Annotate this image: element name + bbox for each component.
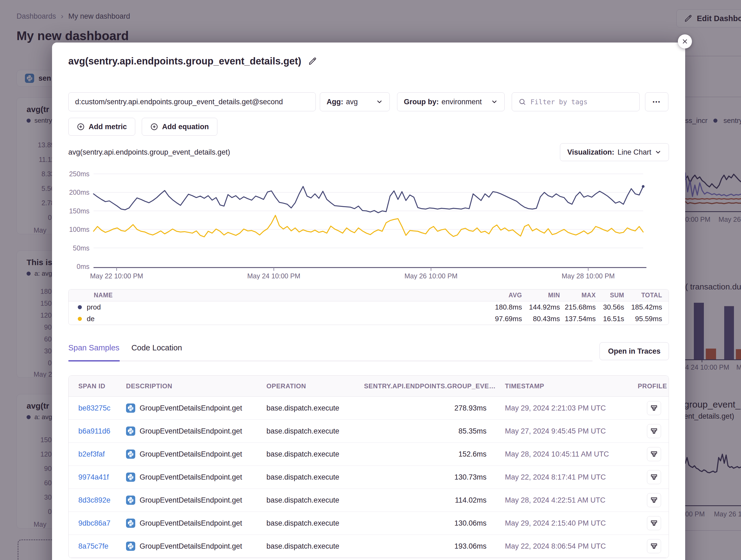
profile-button[interactable] [647,539,661,553]
table-row: b2ef3faf GroupEventDetailsEndpoint.get b… [69,443,669,466]
span-duration: 152.6ms [364,450,486,459]
table-row: 8d3c892e GroupEventDetailsEndpoint.get b… [69,489,669,512]
chevron-down-icon [491,98,498,105]
series-dot [78,317,82,321]
svg-text:100ms: 100ms [69,226,89,233]
profile-button[interactable] [647,424,661,438]
visualization-value: Line Chart [617,148,651,157]
python-icon [126,495,135,505]
span-timestamp: May 27, 2024 9:45:45 PM UTC [486,427,638,435]
tag-filter-field [512,92,639,111]
open-in-traces-button[interactable]: Open in Traces [600,342,669,360]
span-description: GroupEventDetailsEndpoint.get [126,495,266,505]
table-row: 9974a41f GroupEventDetailsEndpoint.get b… [69,466,669,489]
span-duration: 193.06ms [364,542,486,551]
metric-mri-input[interactable]: d:custom/sentry.api.endpoints.group_even… [68,92,316,111]
chevron-down-icon [655,149,662,156]
span-operation: base.dispatch.execute [266,404,364,412]
span-timestamp: May 22, 2024 8:06:54 PM UTC [486,542,638,551]
add-equation-button[interactable]: Add equation [142,118,217,136]
span-id-link[interactable]: 8d3c892e [78,496,126,504]
span-timestamp: May 28, 2024 10:45:11 AM UTC [486,450,638,459]
visualization-label: Visualization: [567,148,614,157]
add-metric-button[interactable]: Add metric [68,118,135,136]
plus-circle-icon [77,123,85,131]
python-icon [126,403,135,413]
summary-header-row: NAME AVG MIN MAX SUM TOTAL [69,290,669,301]
span-operation: base.dispatch.execute [266,450,364,459]
span-duration: 130.73ms [364,473,486,481]
python-icon [126,542,135,551]
profile-button[interactable] [647,493,661,507]
span-duration: 130.06ms [364,519,486,528]
tab-code-location[interactable]: Code Location [131,343,182,352]
span-id-link[interactable]: 9dbc86a7 [78,519,126,528]
profile-flamegraph-icon [650,427,658,435]
python-icon [126,450,135,459]
span-operation: base.dispatch.execute [266,427,364,435]
chart-query-label: avg(sentry.api.endpoints.group_event_det… [68,148,230,157]
span-id-link[interactable]: 8a75c7fe [78,542,126,551]
add-metric-label: Add metric [89,123,127,131]
span-id-link[interactable]: b6a911d6 [78,427,126,435]
visualization-select[interactable]: Visualization: Line Chart [560,143,669,161]
profile-button[interactable] [647,470,661,484]
profile-button[interactable] [647,401,661,415]
more-options-button[interactable]: ••• [645,92,668,111]
span-operation: base.dispatch.execute [266,542,364,551]
python-icon [126,518,135,528]
summary-row-prod[interactable]: prod 180.8ms 144.92ms 215.68ms 30.56s 18… [69,301,669,313]
metric-details-modal: avg(sentry.api.endpoints.group_event_det… [52,43,685,560]
profile-flamegraph-icon [650,542,658,550]
svg-text:May 26 10:00 PM: May 26 10:00 PM [404,272,458,279]
group-by-select[interactable]: Group by: environment [397,92,504,111]
python-icon [126,473,135,482]
span-id-link[interactable]: 9974a41f [78,473,126,481]
span-duration: 114.02ms [364,496,486,504]
span-id-link[interactable]: be83275c [78,404,126,412]
svg-text:250ms: 250ms [69,170,89,178]
profile-button[interactable] [647,447,661,461]
plus-circle-icon [150,123,158,131]
span-description: GroupEventDetailsEndpoint.get [126,518,266,528]
span-operation: base.dispatch.execute [266,519,364,528]
samples-header-row: SPAN ID DESCRIPTION OPERATION SENTRY.API… [69,376,669,397]
profile-flamegraph-icon [650,450,658,458]
svg-text:May 28 10:00 PM: May 28 10:00 PM [561,272,615,279]
add-equation-label: Add equation [162,123,209,131]
modal-title: avg(sentry.api.endpoints.group_event_det… [68,55,301,68]
aggregation-select[interactable]: Agg: avg [320,92,390,111]
span-description: GroupEventDetailsEndpoint.get [126,473,266,482]
span-description: GroupEventDetailsEndpoint.get [126,542,266,551]
span-samples-table: SPAN ID DESCRIPTION OPERATION SENTRY.API… [68,375,669,558]
svg-text:150ms: 150ms [69,207,89,215]
svg-text:May 22 10:00 PM: May 22 10:00 PM [90,272,143,279]
chevron-down-icon [376,98,383,105]
close-icon [681,38,688,45]
span-timestamp: May 22, 2024 8:17:41 PM UTC [486,473,638,481]
summary-row-de[interactable]: de 97.69ms 80.43ms 137.54ms 16.51s 95.59… [69,313,669,325]
agg-label: Agg: [327,98,343,106]
metric-line-chart: 250ms200ms150ms100ms50ms0msMay 22 10:00 … [68,168,669,279]
svg-text:50ms: 50ms [73,244,89,252]
tab-span-samples[interactable]: Span Samples [68,343,120,352]
profile-flamegraph-icon [650,496,658,504]
span-timestamp: May 29, 2024 2:15:40 PM UTC [486,519,638,528]
span-operation: base.dispatch.execute [266,496,364,504]
agg-value: avg [346,98,358,106]
series-name: de [87,315,94,323]
tabs-divider [68,361,593,361]
table-row: 8a75c7fe GroupEventDetailsEndpoint.get b… [69,535,669,558]
python-icon [126,426,135,436]
edit-title-pencil-icon[interactable] [309,57,317,66]
close-modal-button[interactable] [678,34,692,49]
span-id-link[interactable]: b2ef3faf [78,450,126,459]
series-name: prod [87,303,101,311]
span-duration: 278.93ms [364,404,486,412]
table-row: b6a911d6 GroupEventDetailsEndpoint.get b… [69,420,669,443]
svg-text:200ms: 200ms [69,188,89,196]
profile-flamegraph-icon [650,404,658,412]
profile-button[interactable] [647,516,661,530]
table-row: be83275c GroupEventDetailsEndpoint.get b… [69,397,669,420]
tag-filter-input[interactable] [530,98,633,106]
